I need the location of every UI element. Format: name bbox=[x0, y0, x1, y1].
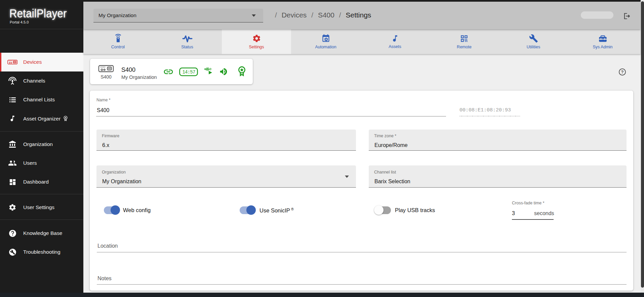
svg-text:14:57: 14:57 bbox=[182, 69, 195, 75]
